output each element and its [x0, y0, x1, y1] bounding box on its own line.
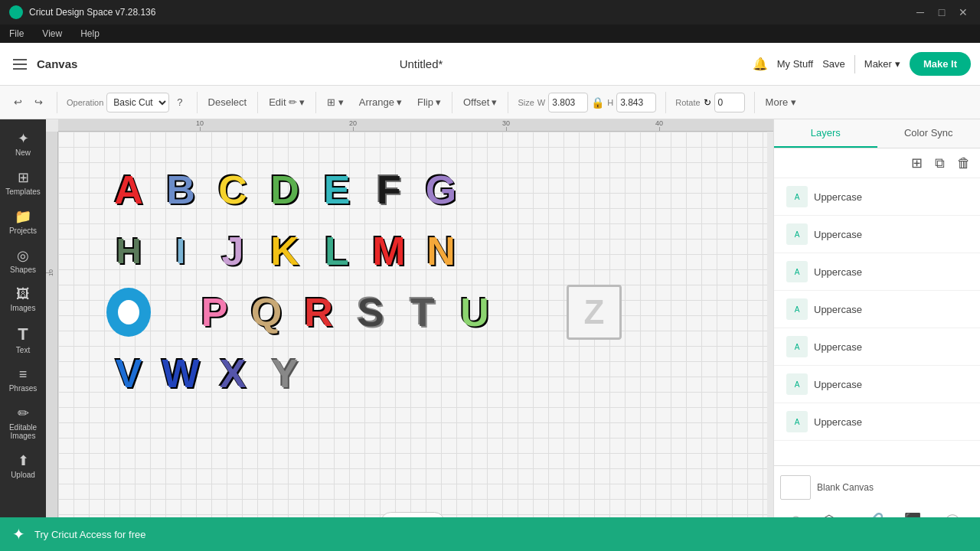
sidebar-item-text[interactable]: T Text [3, 320, 43, 359]
templates-icon: ⊞ [18, 169, 29, 186]
layer-item[interactable]: A Uppercase [774, 216, 980, 253]
arrange-icon: ▾ [397, 96, 402, 108]
layer-item[interactable]: A Uppercase [774, 328, 980, 366]
operation-help-button[interactable]: ? [172, 94, 187, 110]
ruler-tick-10: 10 [196, 119, 204, 132]
alphabet-row-4: V W X Y [104, 346, 622, 401]
sidebar-item-phrases[interactable]: ≡ Phrases [3, 362, 43, 397]
redo-button[interactable]: ↪ [30, 94, 47, 110]
sidebar-item-templates[interactable]: ⊞ Templates [3, 165, 43, 201]
operation-group: Operation Basic Cut ? [64, 93, 191, 112]
sidebar-item-images-label: Images [11, 304, 36, 312]
make-it-button[interactable]: Make It [910, 52, 971, 76]
duplicate-layer-button[interactable]: ⧉ [932, 154, 948, 173]
letter-i: I [156, 223, 205, 279]
layer-item[interactable]: A Uppercase [774, 366, 980, 403]
toolbar-separator [665, 92, 666, 113]
layer-thumbnail: A [786, 223, 808, 245]
deselect-button[interactable]: Deselect [204, 94, 252, 110]
tab-color-sync[interactable]: Color Sync [877, 119, 981, 148]
letter-p: P [190, 285, 239, 340]
alphabet-row-1: A B C D E F G [104, 162, 622, 217]
offset-button[interactable]: Offset ▾ [459, 94, 501, 110]
delete-layer-button[interactable]: 🗑 [954, 154, 974, 173]
width-input[interactable] [548, 93, 588, 112]
layer-thumbnail: A [786, 261, 808, 282]
menu-help[interactable]: Help [77, 27, 103, 41]
align-button[interactable]: ⊞ ▾ [322, 94, 348, 110]
maker-label: Maker [864, 58, 892, 70]
save-button[interactable]: Save [822, 58, 845, 70]
maximize-button[interactable]: □ [934, 5, 949, 20]
letter-n: N [416, 223, 466, 279]
edit-button[interactable]: Edit ✏ ▾ [264, 94, 309, 110]
width-w-label: W [537, 98, 545, 107]
blank-canvas-preview [780, 475, 811, 500]
layer-item[interactable]: A Uppercase [774, 291, 980, 328]
flip-button[interactable]: Flip ▾ [413, 94, 446, 110]
rotate-input[interactable] [714, 93, 745, 112]
operation-label: Operation [67, 98, 103, 107]
lock-icon[interactable]: 🔒 [591, 96, 604, 109]
letter-z: Z [567, 285, 622, 340]
letter-d: D [260, 162, 309, 217]
menu-view[interactable]: View [39, 27, 65, 41]
app-logo [9, 5, 23, 19]
layer-item[interactable]: A Uppercase [774, 403, 980, 441]
body-area: ✦ New ⊞ Templates 📁 Projects ◎ Shapes 🖼 … [0, 119, 980, 551]
blank-canvas-label: Blank Canvas [817, 482, 874, 493]
letter-h: H [104, 223, 153, 279]
hamburger-menu-button[interactable] [9, 54, 31, 75]
layer-label: Uppercase [814, 191, 862, 203]
size-group: Size W 🔒 H [514, 93, 659, 112]
layer-thumbnail: A [786, 411, 808, 432]
group-layers-button[interactable]: ⊞ [908, 153, 926, 173]
operation-select[interactable]: Basic Cut [106, 93, 169, 112]
sidebar-item-phrases-label: Phrases [9, 384, 38, 393]
ruler-top: 10 20 30 40 [58, 119, 773, 132]
close-button[interactable]: ✕ [956, 5, 971, 20]
undo-button[interactable]: ↩ [9, 94, 27, 110]
canvas-content[interactable]: A B C D E F G H I J K L [58, 132, 767, 536]
layer-label: Uppercase [814, 379, 862, 390]
app-layout: Canvas Untitled* 🔔 My Stuff Save Maker ▾… [0, 43, 980, 551]
layers-list: A Uppercase A Uppercase A Uppercase A Up… [774, 178, 980, 465]
letter-s: S [346, 285, 395, 340]
sidebar-item-editable-images[interactable]: ✏ Editable Images [3, 400, 43, 445]
vertical-divider [854, 55, 855, 73]
menu-file[interactable]: File [6, 27, 27, 41]
maker-dropdown-button[interactable]: Maker ▾ [864, 58, 900, 70]
sidebar-item-upload[interactable]: ⬆ Upload [3, 448, 43, 484]
offset-icon: ▾ [492, 96, 497, 108]
hamburger-line [13, 68, 27, 70]
canvas-area[interactable]: 10 20 30 40 [46, 119, 773, 551]
letter-j: J [208, 223, 257, 279]
sidebar-item-shapes[interactable]: ◎ Shapes [3, 243, 43, 279]
layer-label: Uppercase [814, 304, 862, 315]
text-icon: T [18, 324, 28, 344]
sidebar-item-new[interactable]: ✦ New [3, 126, 43, 161]
letter-o [104, 285, 153, 340]
more-button[interactable]: More ▾ [761, 94, 801, 110]
notifications-bell-icon[interactable]: 🔔 [753, 57, 768, 71]
letter-b: B [156, 162, 205, 217]
layer-thumbnail: A [786, 186, 808, 207]
letter-w: W [156, 346, 205, 401]
letter-g: G [416, 162, 466, 217]
height-input[interactable] [616, 93, 656, 112]
layer-item[interactable]: A Uppercase [774, 253, 980, 291]
arrange-button[interactable]: Arrange ▾ [354, 94, 407, 110]
letter-e: E [312, 162, 361, 217]
cricut-access-banner[interactable]: ✦ Try Cricut Access for free [0, 517, 980, 551]
minimize-button[interactable]: ─ [913, 5, 928, 20]
cricut-access-icon: ✦ [12, 525, 25, 543]
tab-layers[interactable]: Layers [774, 119, 877, 148]
right-actions: 🔔 My Stuff Save Maker ▾ Make It [753, 52, 971, 76]
my-stuff-button[interactable]: My Stuff [777, 58, 813, 70]
letter-r: R [294, 285, 343, 340]
sidebar-item-images[interactable]: 🖼 Images [3, 282, 43, 317]
sidebar-item-projects[interactable]: 📁 Projects [3, 204, 43, 240]
app-title: Cricut Design Space v7.28.136 [29, 7, 913, 18]
toolbar-separator [754, 92, 755, 113]
layer-item[interactable]: A Uppercase [774, 178, 980, 216]
